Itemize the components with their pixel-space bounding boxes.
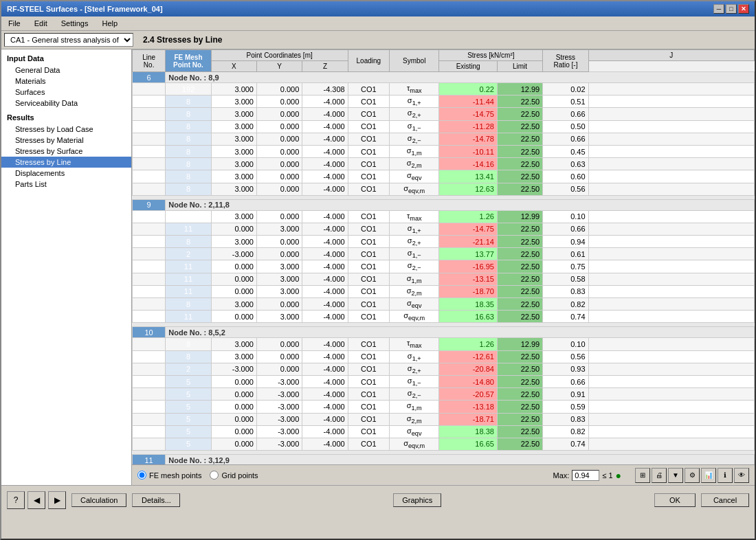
- sidebar-item-surfaces[interactable]: Surfaces: [1, 87, 131, 98]
- fe-mesh-cell: 8: [166, 120, 211, 133]
- sidebar-item-displacements[interactable]: Displacements: [1, 168, 131, 179]
- symbol-cell: σ1,+: [390, 223, 439, 235]
- prev-button[interactable]: ◀: [27, 491, 45, 509]
- sidebar-item-stresses-surface[interactable]: Stresses by Surface: [1, 146, 131, 157]
- x-cell: 3.000: [211, 338, 256, 350]
- limit-cell: 22.50: [497, 170, 542, 183]
- ok-button[interactable]: OK: [654, 493, 696, 507]
- x-cell: 0.000: [211, 273, 256, 285]
- leq-label: ≤ 1: [602, 471, 612, 480]
- limit-cell: 12.99: [497, 338, 542, 350]
- radio-grid-points[interactable]: Grid points: [210, 471, 258, 480]
- sidebar-item-general-data[interactable]: General Data: [1, 65, 131, 76]
- existing-cell: -16.95: [439, 260, 497, 273]
- fe-mesh-cell: 11: [166, 311, 211, 323]
- y-cell: 0.000: [256, 298, 302, 311]
- next-button[interactable]: ▶: [48, 491, 66, 509]
- ratio-cell: 0.61: [543, 248, 588, 260]
- existing-cell: -13.15: [439, 273, 497, 285]
- export-table-icon[interactable]: ⊞: [635, 468, 650, 483]
- node-line-no: 10: [133, 327, 166, 338]
- x-cell: 0.000: [211, 425, 256, 438]
- close-button[interactable]: ✕: [738, 4, 749, 14]
- loading-cell: CO1: [348, 413, 389, 425]
- details-button[interactable]: Details...: [132, 493, 180, 507]
- x-cell: 3.000: [211, 120, 256, 133]
- x-cell: -3.000: [211, 363, 256, 375]
- x-cell: 0.000: [211, 375, 256, 387]
- max-input[interactable]: [572, 470, 599, 481]
- menu-settings[interactable]: Settings: [57, 18, 93, 29]
- ratio-cell: 0.50: [543, 120, 588, 133]
- j-cell: [588, 413, 754, 425]
- y-cell: 3.000: [256, 223, 302, 235]
- symbol-cell: σ1,+: [390, 95, 439, 108]
- y-cell: 0.000: [256, 338, 302, 350]
- symbol-cell: σ2,+: [390, 236, 439, 248]
- ratio-cell: 0.94: [543, 236, 588, 248]
- limit-cell: 22.50: [497, 120, 542, 133]
- view-icon[interactable]: 👁: [734, 468, 749, 483]
- sidebar-item-serviceability[interactable]: Serviceability Data: [1, 98, 131, 109]
- x-cell: 3.000: [211, 158, 256, 170]
- limit-cell: 22.50: [497, 438, 542, 450]
- loading-cell: CO1: [348, 401, 389, 413]
- node-line-no: 6: [133, 72, 166, 83]
- limit-cell: 12.99: [497, 83, 542, 95]
- calculation-button[interactable]: Calculation: [71, 493, 126, 507]
- chart-icon[interactable]: 📊: [701, 468, 716, 483]
- sidebar-item-stresses-line[interactable]: Stresses by Line: [1, 157, 131, 168]
- j-cell: [588, 83, 754, 95]
- sidebar-item-stresses-load-case[interactable]: Stresses by Load Case: [1, 124, 131, 135]
- z-cell: -4.000: [302, 170, 348, 183]
- print-icon[interactable]: 🖨: [652, 468, 667, 483]
- help-button[interactable]: ?: [7, 491, 25, 509]
- cancel-button[interactable]: Cancel: [701, 493, 749, 507]
- ratio-cell: 0.58: [543, 273, 588, 285]
- ca-dropdown[interactable]: CA1 - General stress analysis of: [4, 33, 133, 47]
- maximize-button[interactable]: □: [726, 4, 737, 14]
- limit-cell: 22.50: [497, 298, 542, 311]
- settings-icon[interactable]: ⚙: [685, 468, 700, 483]
- ratio-cell: 0.56: [543, 183, 588, 195]
- y-cell: 0.000: [256, 158, 302, 170]
- symbol-cell: σ2,m: [390, 413, 439, 425]
- sidebar-item-parts-list[interactable]: Parts List: [1, 179, 131, 190]
- menu-file[interactable]: File: [4, 18, 25, 29]
- filter-icon[interactable]: ▼: [668, 468, 683, 483]
- node-header: Node No. : 2,11,8: [166, 199, 755, 210]
- line-no-cell: [133, 388, 166, 401]
- menu-help[interactable]: Help: [98, 18, 122, 29]
- ratio-cell: 0.75: [543, 260, 588, 273]
- limit-cell: 22.50: [497, 311, 542, 323]
- sidebar-item-materials[interactable]: Materials: [1, 76, 131, 87]
- limit-cell: 22.50: [497, 158, 542, 170]
- j-cell: [588, 133, 754, 145]
- minimize-button[interactable]: ─: [713, 4, 724, 14]
- fe-mesh-cell: 8: [166, 298, 211, 311]
- graphics-button[interactable]: Graphics: [393, 493, 441, 507]
- radio-fe-mesh[interactable]: FE mesh points: [137, 471, 201, 480]
- z-cell: -4.000: [302, 338, 348, 350]
- fe-mesh-cell: 5: [166, 375, 211, 387]
- existing-cell: -20.57: [439, 388, 497, 401]
- fe-mesh-cell: 2: [166, 248, 211, 260]
- existing-cell: -21.14: [439, 236, 497, 248]
- limit-cell: 22.50: [497, 273, 542, 285]
- menu-edit[interactable]: Edit: [30, 18, 52, 29]
- symbol-cell: σ1,−: [390, 375, 439, 387]
- max-label: Max:: [553, 471, 569, 480]
- info-icon[interactable]: ℹ: [718, 468, 733, 483]
- sidebar-item-stresses-material[interactable]: Stresses by Material: [1, 135, 131, 146]
- j-cell: [588, 273, 754, 285]
- y-cell: 0.000: [256, 145, 302, 157]
- existing-cell: -14.75: [439, 108, 497, 120]
- title-bar: RF-STEEL Surfaces - [Steel Framework_04]…: [1, 1, 755, 16]
- existing-cell: -14.78: [439, 133, 497, 145]
- menu-bar: File Edit Settings Help: [1, 16, 755, 31]
- j-cell: [588, 95, 754, 108]
- fe-mesh-cell: 8: [166, 183, 211, 195]
- j-cell: [588, 260, 754, 273]
- ratio-cell: 0.83: [543, 285, 588, 297]
- loading-cell: CO1: [348, 210, 389, 223]
